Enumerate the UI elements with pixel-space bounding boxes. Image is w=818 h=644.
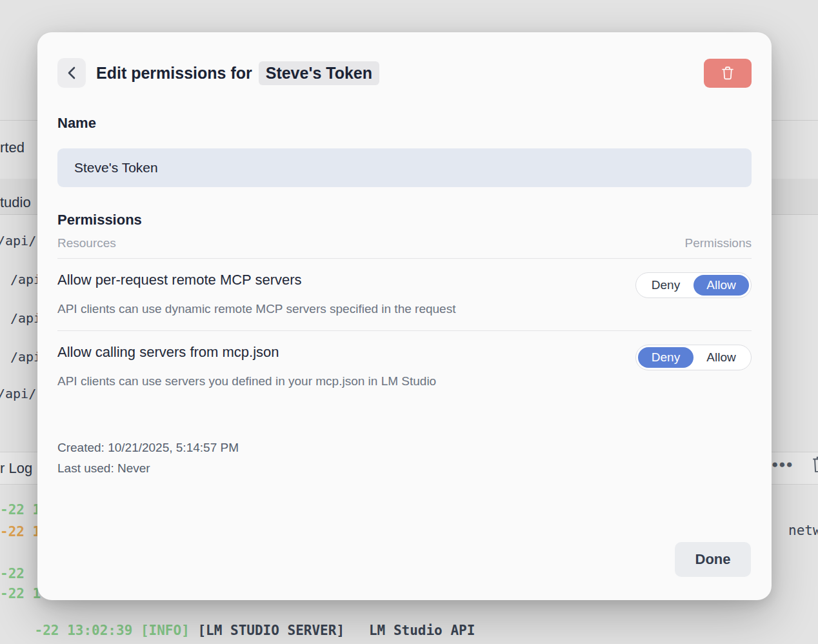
resources-column-label: Resources [57,236,116,250]
deny-option[interactable]: Deny [638,347,693,368]
permissions-heading: Permissions [57,212,752,228]
trash-icon [721,65,735,81]
permission-row-remote-mcp: Allow per-request remote MCP servers API… [57,259,752,330]
dialog-title-prefix: Edit permissions for [96,64,252,83]
dialog-header: Edit permissions for Steve's Token [57,58,752,88]
log-line-stub: -22 1 [0,586,41,601]
done-button[interactable]: Done [675,542,751,577]
permission-row-mcp-json: Allow calling servers from mcp.json API … [57,330,752,403]
token-metadata: Created: 10/21/2025, 5:14:57 PM Last use… [57,438,752,479]
background-api-path: /api/ [0,386,36,401]
permissions-column-headers: Resources Permissions [57,236,752,259]
background-api-path: /api [10,349,41,365]
log-line-stub: -22 1 [0,502,41,518]
last-used-value: Last used: Never [57,458,752,479]
name-label: Name [57,115,752,132]
log-line-stub: -22 [0,566,25,581]
deny-allow-toggle: Deny Allow [635,345,752,370]
log-line-stub: -22 1 [0,524,41,539]
token-name-badge: Steve's Token [259,61,379,85]
permission-description: API clients can use servers you defined … [57,374,635,388]
clear-logs-trash-icon[interactable] [811,455,818,476]
deny-allow-toggle: Deny Allow [635,272,752,298]
permissions-column-label: Permissions [685,236,752,250]
background-api-path: /api/ [0,233,36,248]
more-options-icon[interactable]: ●●● [772,458,793,471]
permission-texts: Allow per-request remote MCP servers API… [57,272,635,316]
back-button[interactable] [57,58,86,88]
created-timestamp: Created: 10/21/2025, 5:14:57 PM [57,438,752,458]
token-name-input[interactable] [57,148,752,187]
background-text-fragment: tudio [0,194,31,211]
log-line: -22 13:02:39 [INFO] [LM STUDIO SERVER] -… [2,629,777,644]
chevron-left-icon [66,66,77,80]
permission-title: Allow per-request remote MCP servers [57,272,635,288]
delete-token-button[interactable] [704,59,752,88]
background-api-path: /api [10,310,41,326]
permission-title: Allow calling servers from mcp.json [57,344,635,361]
allow-option[interactable]: Allow [693,347,749,368]
allow-option[interactable]: Allow [693,275,749,296]
edit-permissions-dialog: Edit permissions for Steve's Token Name … [37,32,772,600]
dialog-title: Edit permissions for Steve's Token [96,61,379,85]
server-logs-title-fragment: r Log [0,460,32,477]
deny-option[interactable]: Deny [638,275,693,296]
background-text-fragment: rted [0,139,25,156]
background-api-path: /api [10,272,41,287]
permission-texts: Allow calling servers from mcp.json API … [57,344,635,388]
permission-description: API clients can use dynamic remote MCP s… [57,302,635,316]
log-text-fragment: netwo [788,523,818,538]
